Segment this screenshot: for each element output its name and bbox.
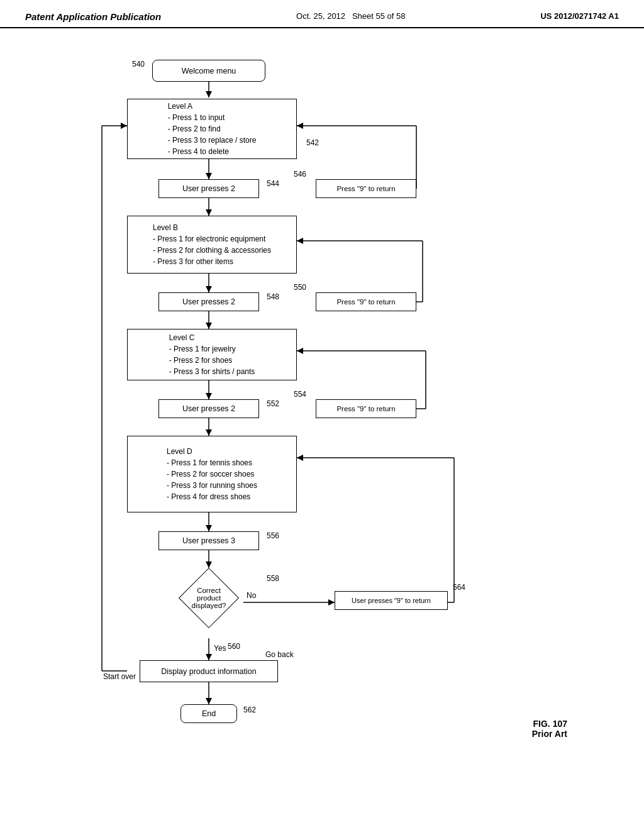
level-b-label: Level B - Press 1 for electronic equipme… — [153, 222, 271, 267]
ref-548: 548 — [267, 292, 279, 301]
svg-text:No: No — [247, 591, 257, 600]
end-box: End — [180, 704, 237, 723]
ref-564: 564 — [453, 583, 465, 592]
level-d-box: Level D - Press 1 for tennis shoes - Pre… — [127, 436, 297, 512]
user-2b-label: User presses 2 — [182, 297, 235, 306]
press-9c-label: Press "9" to return — [336, 405, 395, 412]
correct-diamond: Correctproductdisplayed? — [179, 568, 239, 628]
svg-marker-3 — [206, 173, 212, 179]
level-a-box: Level A - Press 1 to input - Press 2 to … — [127, 99, 297, 159]
user-3-label: User presses 3 — [182, 536, 235, 545]
user-9-label: User presses "9" to return — [352, 597, 431, 604]
press-9c-box: Press "9" to return — [316, 399, 416, 418]
svg-marker-21 — [206, 698, 212, 704]
press-9a-label: Press "9" to return — [336, 185, 395, 192]
svg-marker-15 — [206, 525, 212, 531]
level-a-label: Level A - Press 1 to input - Press 2 to … — [168, 101, 257, 157]
svg-marker-7 — [206, 286, 212, 292]
header-center: Oct. 25, 2012 Sheet 55 of 58 — [296, 11, 405, 21]
user-presses-3-box: User presses 3 — [158, 531, 259, 550]
display-product-box: Display product information — [140, 660, 278, 682]
sheet-info: Sheet 55 of 58 — [352, 11, 406, 21]
svg-marker-9 — [206, 323, 212, 329]
user-presses-2a-box: User presses 2 — [158, 179, 259, 198]
press-9b-label: Press "9" to return — [336, 298, 395, 306]
svg-text:Yes: Yes — [214, 644, 226, 653]
svg-text:Start over: Start over — [103, 672, 136, 681]
svg-marker-17 — [206, 562, 212, 568]
ref-554: 554 — [294, 390, 306, 399]
publication-title: Patent Application Publication — [25, 11, 161, 22]
level-d-label: Level D - Press 1 for tennis shoes - Pre… — [167, 446, 257, 502]
diamond-label: Correctproductdisplayed? — [179, 568, 239, 628]
figure-label: FIG. 107 Prior Art — [532, 719, 567, 739]
user-9-return-box: User presses "9" to return — [335, 591, 448, 610]
welcome-label: Welcome menu — [182, 67, 236, 75]
ref-544: 544 — [267, 179, 279, 188]
diagram-area: Yes No Go back Start over Welcome menu 5… — [64, 47, 580, 777]
ref-542: 542 — [306, 138, 319, 147]
svg-marker-11 — [206, 393, 212, 399]
display-label: Display product information — [161, 667, 256, 676]
svg-marker-27 — [297, 123, 303, 129]
patent-number: US 2012/0271742 A1 — [540, 11, 619, 21]
svg-marker-19 — [206, 654, 212, 660]
press-9a-box: Press "9" to return — [316, 179, 416, 198]
svg-text:Go back: Go back — [265, 650, 294, 659]
ref-560: 560 — [228, 642, 240, 651]
ref-558: 558 — [267, 574, 279, 583]
ref-552: 552 — [267, 399, 279, 408]
publication-date: Oct. 25, 2012 — [296, 11, 345, 21]
user-presses-2b-box: User presses 2 — [158, 292, 259, 311]
level-c-label: Level C - Press 1 for jewelry - Press 2 … — [169, 332, 255, 377]
welcome-menu-box: Welcome menu — [152, 60, 265, 82]
ref-550: 550 — [294, 283, 306, 292]
svg-marker-39 — [297, 455, 303, 461]
end-label: End — [202, 709, 216, 718]
page-header: Patent Application Publication Oct. 25, … — [0, 0, 644, 28]
svg-marker-31 — [297, 238, 303, 244]
ref-562: 562 — [243, 706, 256, 714]
press-9b-box: Press "9" to return — [316, 292, 416, 311]
svg-marker-5 — [206, 209, 212, 216]
level-b-box: Level B - Press 1 for electronic equipme… — [127, 216, 297, 274]
svg-marker-23 — [328, 599, 335, 606]
level-c-box: Level C - Press 1 for jewelry - Press 2 … — [127, 329, 297, 380]
user-2a-label: User presses 2 — [182, 184, 235, 193]
fig-sub: Prior Art — [532, 729, 567, 739]
svg-marker-1 — [206, 91, 212, 97]
svg-marker-35 — [297, 348, 303, 354]
svg-marker-13 — [206, 429, 212, 436]
user-2c-label: User presses 2 — [182, 404, 235, 413]
ref-540: 540 — [132, 60, 145, 69]
ref-556: 556 — [267, 531, 279, 540]
fig-number: FIG. 107 — [532, 719, 567, 729]
svg-marker-43 — [121, 123, 127, 129]
user-presses-2c-box: User presses 2 — [158, 399, 259, 418]
ref-546: 546 — [294, 170, 306, 179]
